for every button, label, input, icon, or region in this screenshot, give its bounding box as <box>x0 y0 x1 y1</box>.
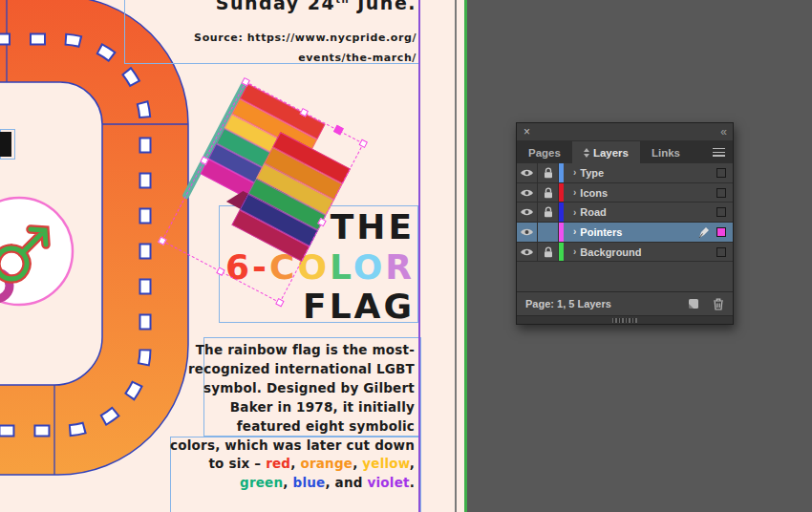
layer-name: Pointers <box>580 226 622 238</box>
expand-chevron-icon[interactable]: › <box>573 207 576 218</box>
expand-chevron-icon[interactable]: › <box>573 246 576 257</box>
date-ordinal: th <box>335 0 350 5</box>
source-line-1: Source: https://www.nycpride.org/ <box>172 28 417 48</box>
delete-layer-icon[interactable] <box>713 298 724 310</box>
layer-name: Type <box>580 167 604 179</box>
body-line: featured eight symbolic <box>170 417 415 437</box>
application-window: Sunday 24th June. Source: https://www.ny… <box>0 0 812 512</box>
visibility-toggle[interactable] <box>517 183 538 203</box>
layer-row-road[interactable]: ›Road <box>517 203 733 223</box>
eye-icon <box>520 188 534 198</box>
panel-cycle-icon <box>584 148 589 158</box>
resize-grip-icon[interactable] <box>612 318 637 323</box>
source-credit[interactable]: Source: https://www.nycpride.org/ events… <box>172 28 417 68</box>
lock-toggle[interactable] <box>538 203 559 222</box>
body-line: colors, which was later cut down <box>170 437 415 456</box>
color-word: red <box>266 456 290 471</box>
body-text: symbol. Designed by Gilbert <box>203 380 415 395</box>
tab-label: Links <box>652 147 680 159</box>
gender-symbol-badge <box>0 195 78 309</box>
layer-name: Background <box>580 246 641 258</box>
body-text: colors, which was later cut down <box>170 437 415 453</box>
source-line-2: events/the-march/ <box>172 48 417 68</box>
body-text: , <box>283 475 292 490</box>
graphic-frame-edge-vertical <box>124 0 125 63</box>
layer-color-bar <box>559 183 564 203</box>
lock-toggle[interactable] <box>538 223 559 242</box>
layer-row-pointers[interactable]: ›Pointers <box>517 223 733 243</box>
eye-icon <box>520 227 534 237</box>
body-text: , and <box>325 475 367 490</box>
tab-pages[interactable]: Pages <box>517 141 572 163</box>
visibility-toggle[interactable] <box>517 223 538 242</box>
panel-menu-icon[interactable] <box>713 148 725 157</box>
selection-proxy[interactable] <box>716 227 726 237</box>
layer-color-bar <box>559 223 564 242</box>
selection-proxy[interactable] <box>716 168 726 178</box>
page-layer-count: Page: 1, 5 Layers <box>525 298 611 309</box>
lock-toggle[interactable] <box>538 183 559 203</box>
body-line: The rainbow flag is the most- <box>170 341 415 360</box>
lock-toggle[interactable] <box>538 243 559 262</box>
color-word: blue <box>293 475 326 490</box>
visibility-toggle[interactable] <box>517 203 538 222</box>
bleed-area <box>457 0 464 512</box>
layer-color-bar <box>559 163 564 182</box>
selection-proxy[interactable] <box>716 247 726 257</box>
headline-letter: R <box>385 247 415 287</box>
new-layer-icon[interactable] <box>686 298 699 309</box>
body-text: featured eight symbolic <box>237 418 415 434</box>
lock-icon <box>544 246 553 258</box>
layer-row-icons[interactable]: ›Icons <box>517 183 733 203</box>
panel-titlebar[interactable]: × « <box>517 123 733 141</box>
body-text: . <box>410 475 415 490</box>
panel-resize-strip[interactable] <box>517 315 733 324</box>
eye-icon <box>520 207 534 217</box>
body-line: recognized international LGBT <box>170 360 415 379</box>
margin-guide[interactable] <box>418 0 420 512</box>
headline-line-flag: FLAG <box>219 287 415 327</box>
color-word: violet <box>368 475 410 490</box>
clipped-black-object <box>0 132 11 157</box>
headline-letter: O <box>353 247 386 287</box>
layer-name: Icons <box>580 187 608 199</box>
expand-chevron-icon[interactable]: › <box>573 226 576 237</box>
visibility-toggle[interactable] <box>517 163 538 182</box>
layer-row-type[interactable]: ›Type <box>517 163 733 183</box>
layer-row-background[interactable]: ›Background <box>517 243 733 263</box>
date-headline[interactable]: Sunday 24th June. <box>201 0 417 13</box>
tab-label: Layers <box>593 147 629 159</box>
layers-panel: × « PagesLayersLinks ›Type›Icons›Road›Po… <box>516 122 734 325</box>
body-line: Baker in 1978, it initially <box>170 398 415 417</box>
layer-list: ›Type›Icons›Road›Pointers›Background <box>517 163 733 262</box>
visibility-toggle[interactable] <box>517 243 538 262</box>
selection-proxy[interactable] <box>716 207 726 217</box>
tab-links[interactable]: Links <box>640 141 692 163</box>
date-text: Sunday 24 <box>216 0 336 13</box>
collapse-panel-icon[interactable]: « <box>720 126 726 138</box>
headline-letter: L <box>330 247 353 287</box>
body-text: , <box>290 456 300 471</box>
expand-chevron-icon[interactable]: › <box>573 187 576 198</box>
selection-proxy[interactable] <box>716 188 726 198</box>
lock-icon <box>544 167 553 179</box>
panel-tab-bar: PagesLayersLinks <box>517 141 733 163</box>
lock-icon <box>544 206 553 218</box>
lock-toggle[interactable] <box>538 163 559 182</box>
pen-icon <box>697 225 711 239</box>
layer-name: Road <box>580 206 607 218</box>
layer-color-bar <box>559 203 564 222</box>
body-paragraph[interactable]: The rainbow flag is the most-recognized … <box>170 341 415 493</box>
body-line: symbol. Designed by Gilbert <box>170 379 415 398</box>
layer-list-empty-area <box>517 262 733 291</box>
close-icon[interactable]: × <box>524 126 530 138</box>
tab-label: Pages <box>528 147 561 159</box>
document-page: Sunday 24th June. Source: https://www.ny… <box>0 0 455 512</box>
body-line: to six – red, orange, yellow, <box>170 455 415 474</box>
body-line: green, blue, and violet. <box>170 474 415 493</box>
expand-chevron-icon[interactable]: › <box>573 167 576 178</box>
body-text: Baker in 1978, it initially <box>230 399 415 415</box>
body-text: The rainbow flag is the most- <box>196 342 415 357</box>
body-text: recognized international LGBT <box>188 361 415 376</box>
tab-layers[interactable]: Layers <box>572 141 640 163</box>
